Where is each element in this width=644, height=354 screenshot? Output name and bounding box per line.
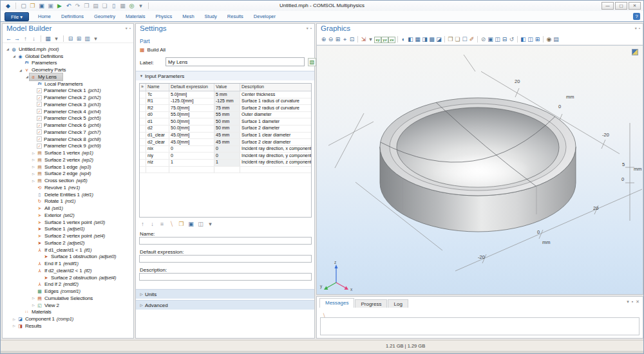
expand-arrow-icon[interactable]: ◢ xyxy=(12,54,17,58)
panel-menu-icon[interactable]: ▾ xyxy=(126,25,128,32)
tree-node[interactable]: ↻ Rotate 1 (rot1) xyxy=(3,198,133,205)
save-icon[interactable]: ▣ xyxy=(38,2,45,10)
zoom-out-icon[interactable]: ⊖ xyxy=(327,35,334,43)
cell-default-expression[interactable]: 55.0[mm] xyxy=(169,112,214,118)
panel-menu-icon[interactable]: ▾ xyxy=(307,25,308,32)
show-grid-icon[interactable]: ▩ xyxy=(428,35,435,43)
table-settings-icon[interactable]: ◫ xyxy=(197,220,204,228)
show-options-icon[interactable]: ▦ xyxy=(44,35,52,42)
tree-node[interactable]: ➤ Surface 2 (adjsel2) xyxy=(3,239,133,247)
panel-close-icon[interactable]: ✕ xyxy=(636,299,639,304)
messages-tab[interactable]: Messages xyxy=(319,298,354,308)
cell-default-expression[interactable]: 1 xyxy=(169,160,214,166)
maximize-button[interactable]: ▢ xyxy=(615,2,627,10)
ribbon-tab[interactable]: Mesh xyxy=(177,11,199,22)
units-section-header[interactable]: ▷ Units xyxy=(136,289,314,299)
cell-default-expression[interactable]: 50.0[mm] xyxy=(169,126,214,132)
cell-name[interactable] xyxy=(146,167,169,173)
table-row[interactable]: d2 50.0[mm] 50 mm Surface 2 diameter xyxy=(140,126,311,133)
tree-node[interactable]: ▷ ▤ Surface 1 edge (wp3) xyxy=(3,163,133,171)
ribbon-tab[interactable]: Home xyxy=(33,11,56,22)
tree-node[interactable]: ∷ Materials xyxy=(3,309,133,316)
cell-name[interactable]: R1 xyxy=(146,98,169,105)
tree-node[interactable]: ➤ Surface 1 obstruction (adjsel3) xyxy=(3,254,133,261)
tree-settings-icon[interactable]: ▥ xyxy=(84,35,91,42)
select-all-icon[interactable]: ▦ xyxy=(119,2,126,10)
tree-node[interactable]: ◢ ◍ Untitled.mph (root) xyxy=(3,46,133,53)
tree-node[interactable]: ⅄ If d1_clear/d1 < 1 (if1) xyxy=(3,247,133,254)
ribbon-tab[interactable]: Materials xyxy=(120,11,150,22)
cell-description[interactable]: Surface 1 clear diameter xyxy=(240,133,311,139)
advanced-section-header[interactable]: ▷ Advanced xyxy=(136,300,314,310)
cell-name[interactable]: Tc xyxy=(146,91,169,98)
view-xy-icon[interactable]: xy xyxy=(374,37,381,43)
select-entities-icon[interactable]: ✐ xyxy=(468,35,475,43)
nav-back-icon[interactable]: ← xyxy=(5,35,12,42)
tree-node[interactable]: ➤ Surface 1 vertex point (sel3) xyxy=(3,219,133,226)
cell-default-expression[interactable]: -125.0[mm] xyxy=(169,98,214,105)
table-row[interactable]: R1 -125.0[mm] -125 mm Surface 1 radius o… xyxy=(140,98,311,106)
cell-default-expression[interactable]: 75.0[mm] xyxy=(169,105,214,111)
graphics-canvas[interactable]: z y x 20mm0-205mm0200mm-20 xyxy=(317,45,643,294)
move-up-icon[interactable]: ↑ xyxy=(22,35,29,42)
panel-pin-icon[interactable]: ▪ xyxy=(310,25,312,32)
move-down-icon[interactable]: ↓ xyxy=(30,35,37,42)
description-input[interactable] xyxy=(139,273,312,281)
cell-description[interactable]: Incident ray direction, y component xyxy=(240,153,311,159)
tree-node[interactable]: Pi Local Parameters xyxy=(3,80,133,88)
tree-node[interactable]: ✓ Parameter Check 3 (pch3) xyxy=(3,101,133,108)
tree-node[interactable]: ▷ ▤ Cumulative Selections xyxy=(3,295,133,302)
ribbon-tab[interactable]: Definitions xyxy=(56,11,89,22)
print-icon[interactable]: ▤ xyxy=(553,35,560,43)
file-menu-button[interactable]: File ▾ xyxy=(5,12,29,21)
tree-node[interactable]: ▷ ▤ Surface 2 edge (wp4) xyxy=(3,171,133,178)
cell-name[interactable]: d1 xyxy=(146,118,169,125)
zoom-box-icon[interactable]: ⊞ xyxy=(334,35,341,43)
image-snapshot-icon[interactable]: ▣ xyxy=(487,35,494,43)
cell-name[interactable]: d2 xyxy=(146,126,169,132)
messages-tab[interactable]: Progress xyxy=(355,299,387,308)
cell-description[interactable]: Center thickness xyxy=(240,91,311,98)
table-row[interactable]: niz 1 1 Incident ray direction, z compon… xyxy=(140,160,311,167)
panel-pin-icon[interactable]: ▪ xyxy=(129,25,131,32)
find-icon[interactable]: ◎ xyxy=(128,2,135,10)
tree-settings-caret-icon[interactable]: ▾ xyxy=(92,35,99,42)
zoom-extents-icon[interactable]: ⌖ xyxy=(341,35,348,43)
ribbon-tab[interactable]: Developer xyxy=(249,11,281,22)
help-button[interactable]: ? xyxy=(633,13,640,20)
cell-default-expression[interactable]: 45.0[mm] xyxy=(169,139,214,145)
table-settings-caret-icon[interactable]: ▾ xyxy=(207,220,214,228)
cell-name[interactable]: R2 xyxy=(146,105,169,111)
tree-node[interactable]: Pi Parameters xyxy=(3,60,133,67)
tree-node[interactable]: ➤ Surface 2 vertex point (sel4) xyxy=(3,232,133,239)
save-file-icon[interactable]: ▣ xyxy=(187,220,194,228)
tree-node[interactable]: ➤ Surface 1 (adjsel1) xyxy=(3,226,133,233)
input-parameters-table[interactable]: » Name Default expression Value Descript… xyxy=(139,83,312,218)
copy-icon[interactable]: ❐ xyxy=(83,2,90,10)
table-row[interactable]: Tc 5.0[mm] 5 mm Center thickness xyxy=(140,91,311,98)
cell-name[interactable]: d2_clear xyxy=(146,139,169,145)
cell-description[interactable]: Incident ray direction, z component xyxy=(240,160,311,166)
build-all-button[interactable]: ▦ Build All xyxy=(140,47,166,53)
row-down-icon[interactable]: ↓ xyxy=(149,220,156,228)
plot-in-window-icon[interactable]: ◫ xyxy=(494,35,501,43)
cell-description[interactable]: Surface 2 clear diameter xyxy=(240,139,311,145)
cell-description[interactable]: Outer diameter xyxy=(240,112,311,118)
view-zx-icon[interactable]: zx xyxy=(388,37,395,43)
table-row[interactable]: R2 75.0[mm] 75 mm Surface 2 radius of cu… xyxy=(140,105,311,112)
cell-default-expression[interactable] xyxy=(169,167,214,173)
ribbon-tab[interactable]: Results xyxy=(222,11,249,22)
cell-name[interactable]: d0 xyxy=(146,112,169,118)
paste-icon[interactable]: ▤ xyxy=(92,2,99,10)
save-as-icon[interactable]: ▣ xyxy=(47,2,54,10)
tree-node[interactable]: ✓ Parameter Check 9 (pch9) xyxy=(3,143,133,150)
close-button[interactable]: ✕ xyxy=(629,2,641,10)
transparency-icon[interactable]: ◧ xyxy=(407,35,414,43)
cell-description[interactable] xyxy=(240,167,311,173)
nav-forward-icon[interactable]: → xyxy=(14,35,21,42)
panel-pin-icon[interactable]: ▪ xyxy=(632,299,633,304)
cell-name[interactable]: d1_clear xyxy=(146,133,169,139)
messages-tab[interactable]: Log xyxy=(388,299,408,308)
panel-menu-icon[interactable]: ▾ xyxy=(627,299,629,304)
table-row[interactable]: niy 0 0 Incident ray direction, y compon… xyxy=(140,153,311,160)
